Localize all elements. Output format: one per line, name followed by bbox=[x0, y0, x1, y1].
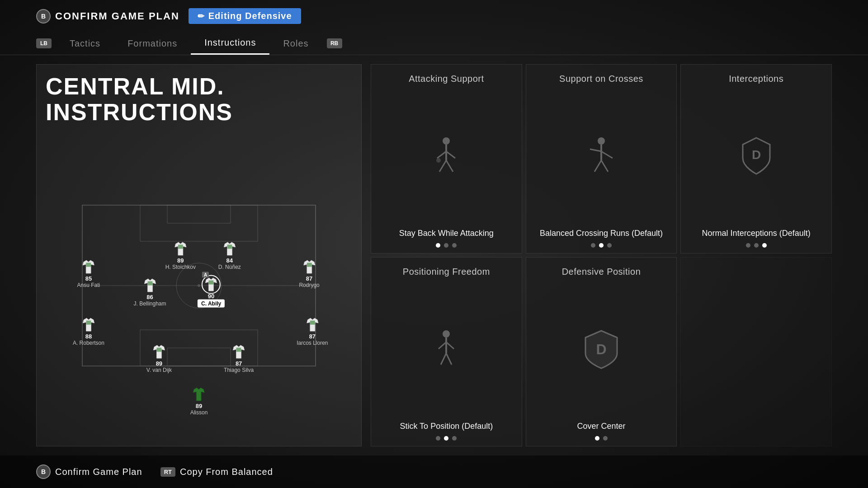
support-crosses-dots bbox=[591, 243, 612, 248]
defensive-position-icon-area: D bbox=[581, 277, 622, 421]
positioning-freedom-dots bbox=[436, 436, 457, 441]
content-area: CENTRAL MID. INSTRUCTIONS bbox=[0, 55, 868, 455]
interceptions-dots bbox=[746, 243, 767, 248]
attacking-support-icon-area bbox=[430, 84, 462, 228]
editing-badge: ✏ Editing Defensive bbox=[189, 8, 301, 24]
tab-instructions[interactable]: Instructions bbox=[191, 32, 269, 55]
svg-line-17 bbox=[590, 149, 601, 151]
support-crosses-value: Balanced Crossing Runs (Default) bbox=[540, 228, 663, 239]
player-alisson[interactable]: 89 Alisson bbox=[190, 386, 208, 415]
stick-figure-icon bbox=[434, 328, 459, 369]
shield-d-icon: D bbox=[738, 136, 774, 176]
svg-line-13 bbox=[446, 160, 453, 172]
copy-action-label: Copy From Balanced bbox=[180, 467, 273, 477]
svg-line-12 bbox=[439, 160, 446, 172]
player-abily[interactable]: A 90 C. Abily bbox=[198, 276, 225, 307]
player-van-dijk[interactable]: 89 V. van Dijk bbox=[146, 343, 172, 373]
support-crosses-icon-area bbox=[585, 84, 617, 228]
rb-badge: RB bbox=[327, 38, 342, 48]
svg-rect-5 bbox=[167, 205, 231, 223]
dot-1 bbox=[595, 436, 599, 441]
support-crosses-title: Support on Crosses bbox=[559, 74, 643, 84]
dot-3 bbox=[452, 436, 457, 441]
instruction-positioning-freedom[interactable]: Positioning Freedom Stick To Position (D… bbox=[371, 257, 522, 446]
attacking-support-dots bbox=[436, 243, 457, 248]
positioning-freedom-value: Stick To Position (Default) bbox=[400, 421, 493, 432]
player-iarcos[interactable]: 87 Iarcos Lloren bbox=[297, 316, 328, 346]
right-panel: Attacking Support Stay Back While Attack… bbox=[371, 64, 832, 446]
player-thiago-silva[interactable]: 87 Thiago Silva bbox=[224, 343, 254, 373]
selected-player-badge: C. Abily bbox=[198, 299, 225, 307]
b-button-icon: B bbox=[36, 9, 51, 23]
lb-badge: LB bbox=[36, 38, 52, 48]
svg-line-26 bbox=[441, 353, 446, 365]
attacking-support-value: Stay Back While Attacking bbox=[399, 228, 494, 239]
dot-3 bbox=[762, 243, 767, 248]
b-circle-button: B bbox=[36, 465, 51, 479]
svg-line-11 bbox=[446, 151, 455, 158]
defensive-position-value: Cover Center bbox=[577, 421, 625, 432]
interceptions-value: Normal Interceptions (Default) bbox=[702, 228, 811, 239]
instruction-interceptions[interactable]: Interceptions D Normal Interceptions (De… bbox=[680, 64, 832, 253]
svg-text:D: D bbox=[752, 148, 761, 162]
dot-2 bbox=[444, 436, 448, 441]
player-rodrygo[interactable]: 87 Rodrygo bbox=[299, 259, 319, 288]
main-wrapper: B CONFIRM GAME PLAN ✏ Editing Defensive … bbox=[0, 0, 868, 488]
confirm-action-label: Confirm Game Plan bbox=[55, 467, 142, 477]
dot-1 bbox=[436, 243, 440, 248]
instruction-empty bbox=[680, 257, 832, 446]
pitch-container: 89 Alisson 89 V. van Dijk bbox=[46, 134, 352, 437]
svg-line-20 bbox=[601, 160, 608, 172]
dot-1 bbox=[746, 243, 750, 248]
instruction-attacking-support[interactable]: Attacking Support Stay Back While Attack… bbox=[371, 64, 522, 253]
svg-line-10 bbox=[437, 151, 446, 158]
player-robertson[interactable]: 88 A. Robertson bbox=[73, 316, 104, 346]
left-panel: CENTRAL MID. INSTRUCTIONS bbox=[36, 64, 362, 446]
dot-1 bbox=[436, 436, 440, 441]
svg-line-25 bbox=[446, 342, 454, 349]
dot-2 bbox=[754, 243, 759, 248]
interceptions-icon-area: D bbox=[738, 84, 774, 228]
dot-2 bbox=[599, 243, 604, 248]
svg-text:D: D bbox=[596, 341, 606, 357]
nav-tabs: LB Tactics Formations Instructions Roles… bbox=[0, 32, 868, 55]
top-bar: B CONFIRM GAME PLAN ✏ Editing Defensive bbox=[0, 0, 868, 32]
player-bellingham[interactable]: 86 J. Bellingham bbox=[133, 277, 166, 306]
pencil-icon: ✏ bbox=[198, 11, 205, 21]
defensive-position-dots bbox=[595, 436, 608, 441]
tab-formations[interactable]: Formations bbox=[114, 33, 191, 54]
panel-title: CENTRAL MID. INSTRUCTIONS bbox=[46, 74, 352, 125]
rt-badge: RT bbox=[160, 467, 175, 477]
positioning-freedom-icon-area bbox=[434, 277, 459, 421]
svg-point-15 bbox=[598, 137, 605, 145]
instruction-defensive-position[interactable]: Defensive Position D Cover Center bbox=[526, 257, 677, 446]
player-nunez[interactable]: 84 D. Núñez bbox=[218, 241, 241, 270]
copy-action[interactable]: RT Copy From Balanced bbox=[160, 467, 273, 477]
instruction-support-crosses[interactable]: Support on Crosses Balanced Crossing Run… bbox=[526, 64, 677, 253]
svg-line-27 bbox=[446, 353, 452, 365]
tab-tactics[interactable]: Tactics bbox=[56, 33, 114, 54]
svg-rect-7 bbox=[167, 348, 231, 366]
player-ansu-fati[interactable]: 85 Ansu Fati bbox=[77, 259, 100, 288]
dot-3 bbox=[452, 243, 457, 248]
interceptions-title: Interceptions bbox=[729, 74, 783, 84]
positioning-freedom-title: Positioning Freedom bbox=[403, 267, 490, 277]
confirm-game-plan-section: B CONFIRM GAME PLAN bbox=[36, 9, 179, 23]
svg-point-14 bbox=[436, 158, 441, 163]
player-stoichkov[interactable]: 89 H. Stoichkov bbox=[165, 241, 196, 270]
svg-point-22 bbox=[443, 330, 450, 338]
confirm-action[interactable]: B Confirm Game Plan bbox=[36, 465, 142, 479]
dot-3 bbox=[607, 243, 612, 248]
runner-icon bbox=[430, 136, 462, 176]
runner2-icon bbox=[585, 136, 617, 176]
tab-roles[interactable]: Roles bbox=[269, 33, 322, 54]
shield2-d-icon: D bbox=[581, 328, 622, 369]
editing-label: Editing Defensive bbox=[208, 11, 292, 21]
confirm-game-plan-label: CONFIRM GAME PLAN bbox=[55, 10, 179, 22]
bottom-bar: B Confirm Game Plan RT Copy From Balance… bbox=[0, 455, 868, 488]
dot-2 bbox=[603, 436, 608, 441]
dot-1 bbox=[591, 243, 595, 248]
defensive-position-title: Defensive Position bbox=[562, 267, 641, 277]
dot-2 bbox=[444, 243, 448, 248]
svg-line-19 bbox=[594, 160, 601, 172]
